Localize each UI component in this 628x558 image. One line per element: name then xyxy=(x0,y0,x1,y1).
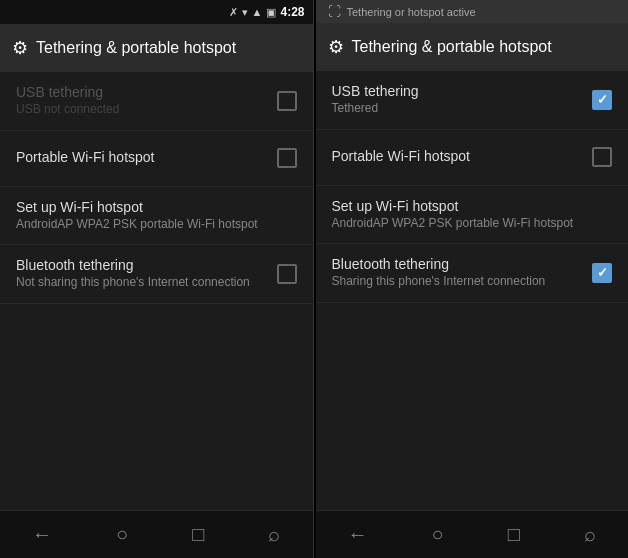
bluetooth-tethering-item-left[interactable]: Bluetooth tethering Not sharing this pho… xyxy=(0,245,313,304)
notification-bar-right: ⛶ Tethering or hotspot active xyxy=(316,0,629,23)
gear-icon-left: ⚙ xyxy=(12,37,28,59)
page-title-left: Tethering & portable hotspot xyxy=(36,39,236,57)
portable-wifi-item-right[interactable]: Portable Wi-Fi hotspot xyxy=(316,130,629,186)
right-phone-screen: ⛶ Tethering or hotspot active ⚙ Tetherin… xyxy=(316,0,629,558)
page-title-right: Tethering & portable hotspot xyxy=(352,38,552,56)
gear-icon-right: ⚙ xyxy=(328,36,344,58)
screen-header-right: ⚙ Tethering & portable hotspot xyxy=(316,23,629,71)
usb-tethering-text-left: USB tethering USB not connected xyxy=(16,84,269,118)
settings-content-right: USB tethering Tethered Portable Wi-Fi ho… xyxy=(316,71,629,510)
usb-tethering-checkbox-left[interactable] xyxy=(277,91,297,111)
status-bar-left: ✗ ▾ ▲ ▣ 4:28 xyxy=(0,0,313,24)
nav-bar-right: ← ○ □ ⌕ xyxy=(316,510,629,558)
setup-wifi-item-right[interactable]: Set up Wi-Fi hotspot AndroidAP WPA2 PSK … xyxy=(316,186,629,245)
bluetooth-tethering-title-right: Bluetooth tethering xyxy=(332,256,585,272)
portable-wifi-checkbox-left[interactable] xyxy=(277,148,297,168)
setup-wifi-title-right: Set up Wi-Fi hotspot xyxy=(332,198,613,214)
bluetooth-tethering-sub-right: Sharing this phone's Internet connection xyxy=(332,274,585,290)
setup-wifi-title-left: Set up Wi-Fi hotspot xyxy=(16,199,297,215)
portable-wifi-title-right: Portable Wi-Fi hotspot xyxy=(332,148,585,164)
home-button-right[interactable]: ○ xyxy=(424,515,452,554)
bluetooth-tethering-text-left: Bluetooth tethering Not sharing this pho… xyxy=(16,257,269,291)
status-icons-left: ✗ ▾ ▲ ▣ xyxy=(229,6,277,19)
signal-icon: ✗ xyxy=(229,6,238,19)
portable-wifi-checkbox-right[interactable] xyxy=(592,147,612,167)
hotspot-icon: ⛶ xyxy=(328,4,341,19)
usb-tethering-checkbox-right[interactable] xyxy=(592,90,612,110)
bluetooth-tethering-title-left: Bluetooth tethering xyxy=(16,257,269,273)
setup-wifi-sub-left: AndroidAP WPA2 PSK portable Wi-Fi hotspo… xyxy=(16,217,297,233)
portable-wifi-text-left: Portable Wi-Fi hotspot xyxy=(16,149,269,167)
portable-wifi-text-right: Portable Wi-Fi hotspot xyxy=(332,148,585,166)
usb-tethering-text-right: USB tethering Tethered xyxy=(332,83,585,117)
status-time-left: 4:28 xyxy=(280,5,304,19)
back-button-left[interactable]: ← xyxy=(24,515,60,554)
bluetooth-tethering-text-right: Bluetooth tethering Sharing this phone's… xyxy=(332,256,585,290)
usb-tethering-sub-left: USB not connected xyxy=(16,102,269,118)
bluetooth-tethering-checkbox-right[interactable] xyxy=(592,263,612,283)
back-button-right[interactable]: ← xyxy=(340,515,376,554)
usb-tethering-item-left[interactable]: USB tethering USB not connected xyxy=(0,72,313,131)
usb-tethering-sub-right: Tethered xyxy=(332,101,585,117)
settings-content-left: USB tethering USB not connected Portable… xyxy=(0,72,313,510)
recent-button-right[interactable]: □ xyxy=(500,515,528,554)
notification-text: Tethering or hotspot active xyxy=(347,6,476,18)
setup-wifi-text-left: Set up Wi-Fi hotspot AndroidAP WPA2 PSK … xyxy=(16,199,297,233)
search-button-left[interactable]: ⌕ xyxy=(260,515,288,554)
usb-tethering-title-left: USB tethering xyxy=(16,84,269,100)
wifi-icon: ▾ xyxy=(242,6,248,19)
signal-bars-icon: ▲ xyxy=(252,6,263,18)
screen-header-left: ⚙ Tethering & portable hotspot xyxy=(0,24,313,72)
nav-bar-left: ← ○ □ ⌕ xyxy=(0,510,313,558)
left-phone-screen: ✗ ▾ ▲ ▣ 4:28 ⚙ Tethering & portable hots… xyxy=(0,0,314,558)
bluetooth-tethering-sub-left: Not sharing this phone's Internet connec… xyxy=(16,275,269,291)
search-button-right[interactable]: ⌕ xyxy=(576,515,604,554)
usb-tethering-title-right: USB tethering xyxy=(332,83,585,99)
portable-wifi-title-left: Portable Wi-Fi hotspot xyxy=(16,149,269,165)
battery-icon: ▣ xyxy=(266,6,276,19)
recent-button-left[interactable]: □ xyxy=(184,515,212,554)
bluetooth-tethering-item-right[interactable]: Bluetooth tethering Sharing this phone's… xyxy=(316,244,629,303)
setup-wifi-item-left[interactable]: Set up Wi-Fi hotspot AndroidAP WPA2 PSK … xyxy=(0,187,313,246)
bluetooth-tethering-checkbox-left[interactable] xyxy=(277,264,297,284)
setup-wifi-sub-right: AndroidAP WPA2 PSK portable Wi-Fi hotspo… xyxy=(332,216,613,232)
usb-tethering-item-right[interactable]: USB tethering Tethered xyxy=(316,71,629,130)
home-button-left[interactable]: ○ xyxy=(108,515,136,554)
portable-wifi-item-left[interactable]: Portable Wi-Fi hotspot xyxy=(0,131,313,187)
setup-wifi-text-right: Set up Wi-Fi hotspot AndroidAP WPA2 PSK … xyxy=(332,198,613,232)
